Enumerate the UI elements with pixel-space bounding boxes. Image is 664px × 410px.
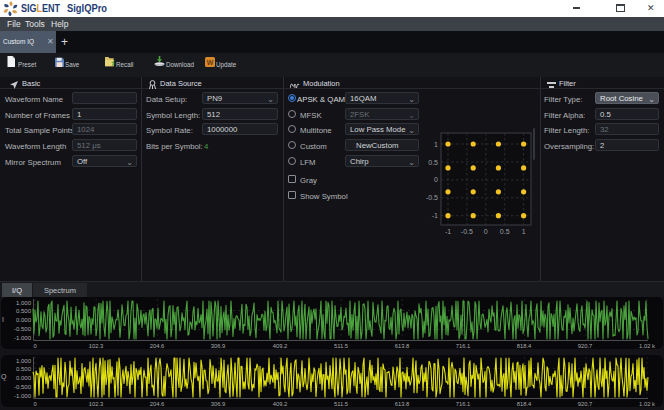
svg-text:0.5: 0.5 [500, 228, 510, 235]
svg-text:1: 1 [522, 228, 526, 235]
svg-text:1: 1 [434, 141, 438, 148]
svg-text:-1: -1 [432, 212, 438, 219]
svg-text:0.5: 0.5 [428, 159, 438, 166]
svg-text:-1: -1 [445, 228, 451, 235]
svg-text:W: W [207, 59, 214, 66]
svg-text:-0.5: -0.5 [461, 228, 473, 235]
svg-text:-0.5: -0.5 [426, 194, 438, 201]
svg-text:0: 0 [434, 176, 438, 183]
svg-text:0: 0 [484, 228, 488, 235]
